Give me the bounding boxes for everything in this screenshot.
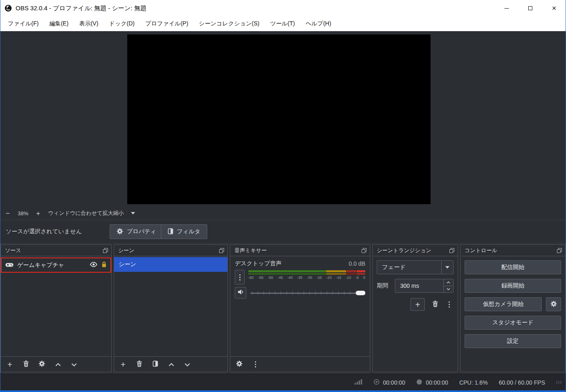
volume-meter: -60-55-50-45-40-35-30-25-20-15-10-50 — [248, 270, 365, 285]
studio-mode-button[interactable]: スタジオモード — [465, 316, 561, 330]
transitions-panel: フェード 期間 300 ms + — [373, 256, 458, 372]
menu-help[interactable]: ヘルプ(H) — [300, 16, 336, 31]
settings-button[interactable]: 設定 — [465, 334, 561, 348]
move-source-down-button[interactable] — [70, 360, 78, 369]
menu-tools[interactable]: ツール(T) — [265, 16, 300, 31]
gear-icon — [236, 360, 243, 369]
fps-indicator: 60.00 / 60.00 FPS — [499, 379, 545, 386]
record-status-icon — [416, 379, 422, 386]
popout-icon[interactable] — [449, 248, 454, 253]
move-scene-up-button[interactable] — [167, 360, 175, 369]
scene-filters-button[interactable] — [151, 360, 159, 369]
duration-increase-button[interactable] — [444, 279, 453, 286]
meter-bar-bottom — [248, 273, 365, 275]
add-source-button[interactable]: + — [6, 360, 14, 369]
duration-spinbox[interactable]: 300 ms — [395, 279, 454, 293]
controls-dock: コントロール 配信開始 録画開始 仮想カメラ開始 スタジオモード 設 — [460, 244, 566, 372]
divider — [0, 243, 566, 244]
popout-icon[interactable] — [557, 248, 562, 253]
move-source-up-button[interactable] — [54, 360, 62, 369]
scenes-dock: シーン シーン + — [114, 244, 228, 372]
remove-transition-button[interactable] — [431, 300, 439, 310]
remove-source-button[interactable] — [22, 360, 30, 369]
close-icon: × — [552, 5, 557, 12]
scenes-toolbar: + — [114, 356, 227, 372]
titlebar: OBS 32.0.4 - プロファイル: 無題 - シーン: 無題 × — [0, 0, 566, 16]
transition-menu-button[interactable] — [445, 300, 453, 310]
mixer-channel: デスクトップ音声 0.0 dB -60-55-50-45-40-35-30-25… — [230, 256, 370, 356]
menu-scene-collection[interactable]: シーンコレクション(S) — [194, 16, 265, 31]
mixer-dock-title: 音声ミキサー — [234, 247, 267, 254]
add-transition-button[interactable]: + — [410, 298, 425, 311]
menu-docks[interactable]: ドック(D) — [104, 16, 140, 31]
gear-icon — [39, 360, 45, 369]
slider-handle[interactable] — [356, 291, 365, 295]
lock-icon[interactable] — [101, 261, 107, 269]
duration-spin-buttons — [443, 279, 453, 292]
minimize-button[interactable] — [495, 0, 518, 16]
scenes-list: シーン — [114, 256, 227, 356]
source-properties-button[interactable] — [38, 360, 46, 369]
source-item-game-capture[interactable]: ゲームキャプチャ — [1, 258, 111, 273]
visibility-eye-icon[interactable] — [89, 262, 98, 269]
transitions-dock-header: シーントランジション — [373, 245, 458, 256]
transition-select-value: フェード — [377, 261, 441, 274]
mixer-menu-button[interactable] — [252, 360, 259, 369]
volume-slider[interactable] — [250, 289, 365, 296]
duration-value: 300 ms — [395, 279, 443, 292]
start-recording-button[interactable]: 録画開始 — [465, 279, 561, 293]
start-streaming-button[interactable]: 配信開始 — [465, 260, 561, 274]
duration-decrease-button[interactable] — [444, 286, 453, 293]
resize-grip[interactable] — [556, 381, 562, 384]
obs-window: OBS 32.0.4 - プロファイル: 無題 - シーン: 無題 × ファイル… — [0, 0, 566, 392]
menu-file[interactable]: ファイル(F) — [2, 16, 44, 31]
start-virtual-camera-button[interactable]: 仮想カメラ開始 — [465, 297, 542, 311]
transitions-dock-title: シーントランジション — [377, 247, 431, 254]
transition-select[interactable]: フェード — [377, 260, 454, 274]
trash-icon — [432, 301, 438, 309]
advanced-audio-button[interactable] — [236, 360, 243, 369]
stream-time: 00:00:00 — [383, 379, 406, 386]
add-scene-button[interactable]: + — [119, 360, 127, 369]
source-selection-status: ソースが選択されていません — [6, 220, 82, 243]
slider-track — [250, 293, 365, 294]
zoom-out-button[interactable]: − — [5, 210, 11, 217]
mixer-channel-menu-button[interactable] — [235, 270, 245, 285]
taskbar-edge — [0, 390, 566, 392]
gear-icon — [550, 301, 557, 308]
preview-canvas[interactable] — [127, 34, 431, 204]
properties-button[interactable]: プロパティ — [110, 224, 163, 239]
filter-icon — [168, 228, 173, 236]
fit-to-window-label[interactable]: ウィンドウに合わせて拡大縮小 — [48, 210, 124, 217]
virtual-camera-settings-button[interactable] — [546, 297, 561, 311]
popout-icon[interactable] — [219, 248, 224, 253]
filters-button[interactable]: フィルタ — [161, 224, 207, 239]
filters-button-label: フィルタ — [177, 228, 200, 235]
window-title: OBS 32.0.4 - プロファイル: 無題 - シーン: 無題 — [16, 5, 147, 12]
menu-edit[interactable]: 編集(E) — [44, 16, 74, 31]
popout-icon[interactable] — [103, 248, 108, 253]
window-border-left — [0, 0, 0, 390]
menu-profile[interactable]: プロファイル(P) — [140, 16, 194, 31]
meter-scale: -60-55-50-45-40-35-30-25-20-15-10-50 — [248, 276, 365, 280]
transition-select-dropdown-button[interactable] — [441, 261, 453, 274]
gear-icon — [117, 228, 123, 236]
audio-mixer-dock: 音声ミキサー デスクトップ音声 0.0 dB — [230, 244, 370, 372]
close-button[interactable]: × — [542, 0, 566, 16]
zoom-in-button[interactable]: + — [35, 210, 41, 217]
workspace: − 38% + ウィンドウに合わせて拡大縮小 ソースが選択されていません プロパ… — [0, 31, 566, 374]
maximize-button[interactable] — [518, 0, 542, 16]
popout-icon[interactable] — [362, 248, 367, 253]
scene-item-selected[interactable]: シーン — [114, 257, 227, 272]
status-bar: 00:00:00 00:00:00 CPU: 1.6% 60.00 / 60.0… — [0, 374, 566, 390]
remove-scene-button[interactable] — [135, 360, 143, 369]
mute-toggle-button[interactable] — [235, 287, 246, 299]
stream-status-icon — [374, 379, 380, 386]
move-scene-down-button[interactable] — [183, 360, 191, 369]
menu-view[interactable]: 表示(V) — [74, 16, 104, 31]
scenes-dock-title: シーン — [118, 247, 135, 254]
network-status — [355, 379, 362, 386]
filter-icon — [153, 360, 158, 369]
mixer-dock-header: 音声ミキサー — [230, 245, 370, 256]
preview-scale-caret-icon[interactable] — [131, 212, 135, 214]
